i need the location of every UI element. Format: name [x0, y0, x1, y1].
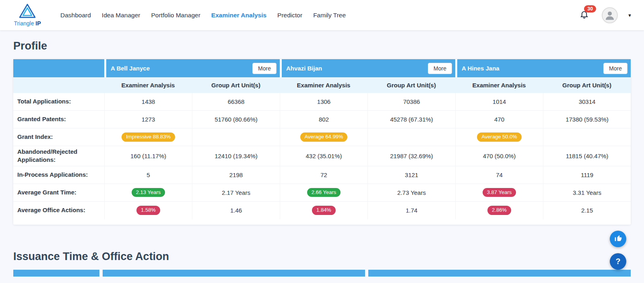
- header-blank-cell: [13, 59, 104, 77]
- brand-logo[interactable]: Triangle IP: [12, 4, 43, 27]
- table-cell: 1.58%: [104, 202, 192, 219]
- feedback-thumbs-up-button[interactable]: [610, 231, 626, 247]
- table-row-abandoned-rejected: Abandoned/Rejected Applications: 160 (11…: [13, 146, 631, 166]
- table-cell: 30314: [543, 93, 631, 111]
- question-mark-icon: ?: [615, 257, 620, 266]
- navbar-right: 30 ▼: [580, 7, 632, 23]
- examiner-header-row: A Bell Janyce More Ahvazi Bijan More A H…: [13, 59, 631, 77]
- examiner-name: A Hines Jana: [462, 65, 500, 72]
- row-label: Grant Index:: [13, 128, 104, 146]
- subheader-examiner-analysis: Examiner Analysis: [280, 77, 367, 93]
- table-cell: 2.86%: [455, 202, 543, 219]
- table-cell: 66368: [192, 93, 280, 111]
- table-cell: 3.31 Years: [543, 184, 631, 202]
- more-button[interactable]: More: [428, 63, 452, 74]
- grant-time-badge: 3.87 Years: [483, 188, 516, 197]
- account-menu-chevron-down-icon[interactable]: ▼: [627, 13, 632, 18]
- table-cell: 12410 (19.34%): [192, 146, 280, 166]
- examiner-header-1: A Bell Janyce More: [104, 59, 280, 77]
- more-button[interactable]: More: [252, 63, 277, 74]
- table-cell: 2.73 Years: [367, 184, 455, 202]
- table-cell: 160 (11.17%): [104, 146, 192, 166]
- table-cell: 1306: [280, 93, 367, 111]
- table-cell: 45278 (67.31%): [367, 111, 455, 128]
- table-cell: 470 (50.0%): [455, 146, 543, 166]
- table-cell: [192, 128, 280, 146]
- issuance-section-title: Issuance Time & Office Action: [13, 250, 644, 263]
- row-label: Average Grant Time:: [13, 184, 104, 202]
- grant-index-badge: Average 64.99%: [300, 132, 348, 142]
- table-cell: 1014: [455, 93, 543, 111]
- table-cell: 2198: [192, 166, 280, 184]
- table-cell: 1.74: [367, 202, 455, 219]
- table2-header-segment: [13, 270, 99, 277]
- subheader-group-art-units: Group Art Unit(s): [543, 77, 631, 93]
- subheader-row: Examiner Analysis Group Art Unit(s) Exam…: [13, 77, 631, 93]
- table-cell: Impressive 88.83%: [104, 128, 192, 146]
- examiner-header-2: Ahvazi Bijan More: [280, 59, 455, 77]
- subheader-examiner-analysis: Examiner Analysis: [104, 77, 192, 93]
- table-cell: 70386: [367, 93, 455, 111]
- grant-time-badge: 2.66 Years: [307, 188, 341, 197]
- table-cell: 2.66 Years: [280, 184, 367, 202]
- nav-item-idea-manager[interactable]: Idea Manager: [102, 12, 140, 19]
- row-label: Average Office Actions:: [13, 202, 104, 219]
- main-nav: Dashboard Idea Manager Portfolio Manager…: [60, 12, 346, 19]
- table-cell: 1119: [543, 166, 631, 184]
- user-avatar[interactable]: [602, 7, 618, 23]
- nav-item-predictor[interactable]: Predictor: [277, 12, 302, 19]
- row-label: Granted Patents:: [13, 111, 104, 128]
- notifications-button[interactable]: 30: [580, 10, 589, 21]
- table-row-granted-patents: Granted Patents: 1273 51760 (80.66%) 802…: [13, 111, 631, 128]
- issuance-table-header-partial: [13, 270, 631, 277]
- table-row-average-grant-time: Average Grant Time: 2.13 Years 2.17 Year…: [13, 184, 631, 202]
- table-cell: 2.13 Years: [104, 184, 192, 202]
- table-cell: 1.84%: [280, 202, 367, 219]
- table-cell: 2.17 Years: [192, 184, 280, 202]
- subheader-examiner-analysis: Examiner Analysis: [455, 77, 543, 93]
- examiner-comparison-card: A Bell Janyce More Ahvazi Bijan More A H…: [13, 59, 631, 225]
- nav-item-portfolio-manager[interactable]: Portfolio Manager: [151, 12, 200, 19]
- grant-index-badge: Impressive 88.83%: [122, 132, 175, 142]
- table2-header-segment: [103, 270, 365, 277]
- nav-item-examiner-analysis[interactable]: Examiner Analysis: [211, 12, 266, 19]
- table-cell: 21987 (32.69%): [367, 146, 455, 166]
- examiner-comparison-table: A Bell Janyce More Ahvazi Bijan More A H…: [13, 59, 631, 219]
- examiner-name: A Bell Janyce: [111, 65, 150, 72]
- person-icon: [604, 9, 616, 21]
- help-button[interactable]: ?: [610, 253, 626, 270]
- table-cell: Average 64.99%: [280, 128, 367, 146]
- table-cell: 1.46: [192, 202, 280, 219]
- row-label: Total Applications:: [13, 93, 104, 111]
- table-cell: 5: [104, 166, 192, 184]
- table-cell: 470: [455, 111, 543, 128]
- table-cell: [367, 128, 455, 146]
- table-cell: 1273: [104, 111, 192, 128]
- office-actions-badge: 1.84%: [312, 206, 336, 215]
- examiner-name: Ahvazi Bijan: [286, 65, 322, 72]
- table-cell: 3121: [367, 166, 455, 184]
- more-button[interactable]: More: [603, 63, 627, 74]
- table-cell: [543, 128, 631, 146]
- table-row-total-applications: Total Applications: 1438 66368 1306 7038…: [13, 93, 631, 111]
- nav-item-dashboard[interactable]: Dashboard: [60, 12, 91, 19]
- table-cell: 2.15: [543, 202, 631, 219]
- top-navbar: Triangle IP Dashboard Idea Manager Portf…: [0, 0, 644, 30]
- table-row-grant-index: Grant Index: Impressive 88.83% Average 6…: [13, 128, 631, 146]
- thumbs-up-icon: [614, 234, 622, 244]
- notification-count-badge: 30: [584, 5, 596, 12]
- row-label: Abandoned/Rejected Applications:: [13, 146, 104, 166]
- grant-time-badge: 2.13 Years: [132, 188, 165, 197]
- table-cell: 3.87 Years: [455, 184, 543, 202]
- subheader-group-art-units: Group Art Unit(s): [192, 77, 280, 93]
- office-actions-badge: 1.58%: [136, 206, 160, 215]
- brand-name: Triangle IP: [14, 20, 41, 27]
- subheader-group-art-units: Group Art Unit(s): [367, 77, 455, 93]
- table-cell: 17380 (59.53%): [543, 111, 631, 128]
- grant-index-badge: Average 50.0%: [477, 132, 522, 142]
- table2-header-segment: [368, 270, 631, 277]
- table-cell: 432 (35.01%): [280, 146, 367, 166]
- nav-item-family-tree[interactable]: Family Tree: [313, 12, 346, 19]
- profile-section-title: Profile: [13, 40, 644, 52]
- table-cell: 1438: [104, 93, 192, 111]
